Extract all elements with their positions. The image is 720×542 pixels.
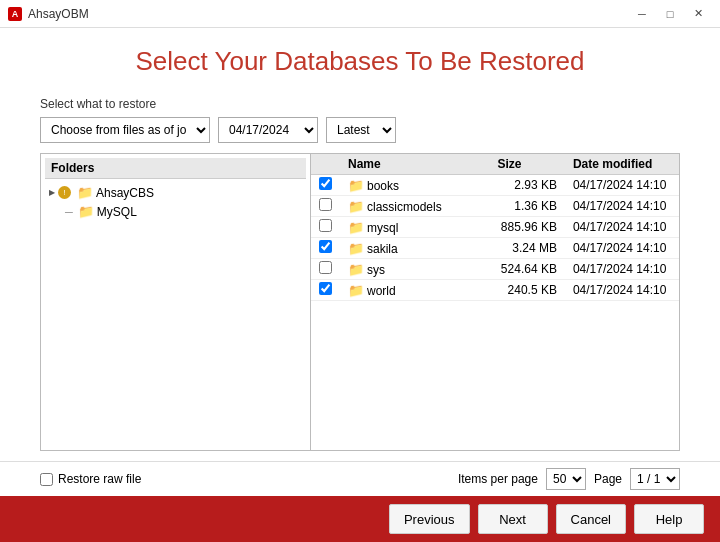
- file-date-1: 04/17/2024 14:10: [565, 196, 679, 217]
- page-label: Page: [594, 472, 622, 486]
- file-checkbox-3[interactable]: [319, 240, 332, 253]
- file-size-5: 240.5 KB: [489, 280, 565, 301]
- row-checkbox-cell[interactable]: [311, 259, 340, 280]
- table-row: 📁world 240.5 KB 04/17/2024 14:10: [311, 280, 679, 301]
- file-checkbox-1[interactable]: [319, 198, 332, 211]
- help-button[interactable]: Help: [634, 504, 704, 534]
- folder-icon-3: 📁: [348, 241, 364, 256]
- row-checkbox-cell[interactable]: [311, 175, 340, 196]
- date-dropdown[interactable]: 04/17/2024: [218, 117, 318, 143]
- restore-raw-label: Restore raw file: [58, 472, 141, 486]
- minimize-button[interactable]: ─: [628, 3, 656, 25]
- file-checkbox-0[interactable]: [319, 177, 332, 190]
- title-bar: A AhsayOBM ─ □ ✕: [0, 0, 720, 28]
- file-name-1: 📁classicmodels: [340, 196, 489, 217]
- main-content: Select Your Databases To Be Restored Sel…: [0, 28, 720, 461]
- window-controls: ─ □ ✕: [628, 3, 712, 25]
- file-name-2: 📁mysql: [340, 217, 489, 238]
- items-per-page-select[interactable]: 50: [546, 468, 586, 490]
- folder-icon-1: 📁: [348, 199, 364, 214]
- file-name-5: 📁world: [340, 280, 489, 301]
- app-icon: A: [8, 7, 22, 21]
- row-checkbox-cell[interactable]: [311, 196, 340, 217]
- th-name: Name: [340, 154, 489, 175]
- file-size-3: 3.24 MB: [489, 238, 565, 259]
- bottom-bar: Restore raw file Items per page 50 Page …: [0, 461, 720, 496]
- folder-pane: Folders ▶ ! 📁 AhsayCBS ─ 📁 MySQL: [41, 154, 311, 450]
- close-button[interactable]: ✕: [684, 3, 712, 25]
- th-checkbox: [311, 154, 340, 175]
- file-size-1: 1.36 KB: [489, 196, 565, 217]
- restore-raw-group: Restore raw file: [40, 472, 141, 486]
- file-size-4: 524.64 KB: [489, 259, 565, 280]
- file-name-0: 📁books: [340, 175, 489, 196]
- cancel-button[interactable]: Cancel: [556, 504, 626, 534]
- th-date: Date modified: [565, 154, 679, 175]
- select-label: Select what to restore: [40, 97, 680, 111]
- table-row: 📁sakila 3.24 MB 04/17/2024 14:10: [311, 238, 679, 259]
- th-size: Size: [489, 154, 565, 175]
- app-name: AhsayOBM: [28, 7, 89, 21]
- table-row: 📁classicmodels 1.36 KB 04/17/2024 14:10: [311, 196, 679, 217]
- file-date-2: 04/17/2024 14:10: [565, 217, 679, 238]
- file-browser: Folders ▶ ! 📁 AhsayCBS ─ 📁 MySQL: [40, 153, 680, 451]
- version-dropdown[interactable]: Latest: [326, 117, 396, 143]
- file-pane: Name Size Date modified 📁books 2.93 KB 0…: [311, 154, 679, 450]
- row-checkbox-cell[interactable]: [311, 217, 340, 238]
- page-title: Select Your Databases To Be Restored: [40, 46, 680, 77]
- file-size-2: 885.96 KB: [489, 217, 565, 238]
- table-row: 📁books 2.93 KB 04/17/2024 14:10: [311, 175, 679, 196]
- items-per-page-label: Items per page: [458, 472, 538, 486]
- file-date-3: 04/17/2024 14:10: [565, 238, 679, 259]
- ahsaycbs-status-icon: !: [58, 186, 71, 199]
- file-date-5: 04/17/2024 14:10: [565, 280, 679, 301]
- folder-icon-5: 📁: [348, 283, 364, 298]
- folder-icon-0: 📁: [348, 178, 364, 193]
- file-name-4: 📁sys: [340, 259, 489, 280]
- footer: Previous Next Cancel Help: [0, 496, 720, 542]
- mysql-label: MySQL: [97, 205, 137, 219]
- expand-icon: ▶: [49, 188, 55, 197]
- next-button[interactable]: Next: [478, 504, 548, 534]
- file-table: Name Size Date modified 📁books 2.93 KB 0…: [311, 154, 679, 301]
- file-checkbox-4[interactable]: [319, 261, 332, 274]
- pagination: Items per page 50 Page 1 / 1: [458, 468, 680, 490]
- file-date-0: 04/17/2024 14:10: [565, 175, 679, 196]
- folder-icon-4: 📁: [348, 262, 364, 277]
- file-checkbox-2[interactable]: [319, 219, 332, 232]
- restore-option-dropdown[interactable]: Choose from files as of job: [40, 117, 210, 143]
- row-checkbox-cell[interactable]: [311, 238, 340, 259]
- file-date-4: 04/17/2024 14:10: [565, 259, 679, 280]
- table-row: 📁mysql 885.96 KB 04/17/2024 14:10: [311, 217, 679, 238]
- file-checkbox-5[interactable]: [319, 282, 332, 295]
- row-checkbox-cell[interactable]: [311, 280, 340, 301]
- file-name-3: 📁sakila: [340, 238, 489, 259]
- folder-tree: ▶ ! 📁 AhsayCBS ─ 📁 MySQL: [45, 179, 306, 225]
- folder-ahsaycbs[interactable]: ▶ ! 📁 AhsayCBS: [45, 183, 306, 202]
- table-row: 📁sys 524.64 KB 04/17/2024 14:10: [311, 259, 679, 280]
- previous-button[interactable]: Previous: [389, 504, 470, 534]
- restore-raw-checkbox[interactable]: [40, 473, 53, 486]
- folders-header: Folders: [45, 158, 306, 179]
- folder-mysql[interactable]: ─ 📁 MySQL: [61, 202, 306, 221]
- title-bar-left: A AhsayOBM: [8, 7, 89, 21]
- folder-icon-2: 📁: [348, 220, 364, 235]
- file-size-0: 2.93 KB: [489, 175, 565, 196]
- controls-row: Choose from files as of job 04/17/2024 L…: [40, 117, 680, 143]
- ahsaycbs-label: AhsayCBS: [96, 186, 154, 200]
- page-select[interactable]: 1 / 1: [630, 468, 680, 490]
- maximize-button[interactable]: □: [656, 3, 684, 25]
